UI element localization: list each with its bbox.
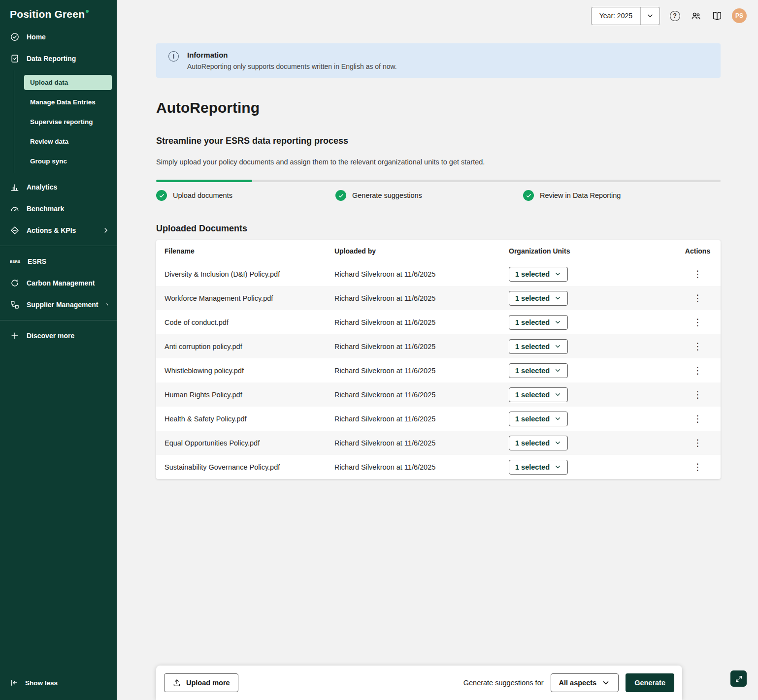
action-footer: Upload more Generate suggestions for All… bbox=[156, 666, 682, 700]
footer-right: Generate suggestions for All aspects Gen… bbox=[463, 673, 674, 692]
table-row: Anti corruption policy.pdf Richard Silve… bbox=[156, 334, 721, 358]
step-generate-suggestions: Generate suggestions bbox=[335, 190, 523, 201]
people-icon bbox=[691, 10, 701, 21]
chevron-down-icon bbox=[601, 678, 610, 687]
upload-more-button[interactable]: Upload more bbox=[164, 673, 238, 692]
row-actions-kebab[interactable]: ⋮ bbox=[689, 316, 706, 329]
row-actions-kebab[interactable]: ⋮ bbox=[689, 460, 706, 474]
row-actions-kebab[interactable]: ⋮ bbox=[689, 340, 706, 353]
year-select[interactable]: Year: 2025 bbox=[591, 7, 660, 25]
upload-icon bbox=[172, 678, 181, 687]
row-actions-kebab[interactable]: ⋮ bbox=[689, 412, 706, 425]
sidebar: Position Green Home Data Reporting Uploa… bbox=[0, 0, 117, 700]
org-units-value: 1 selected bbox=[515, 343, 550, 350]
step-upload-documents: Upload documents bbox=[156, 190, 335, 201]
sidebar-subitem-upload-data[interactable]: Upload data bbox=[24, 75, 112, 90]
org-units-select[interactable]: 1 selected bbox=[509, 339, 568, 354]
column-header-uploaded-by: Uploaded by bbox=[326, 240, 500, 262]
banner-message: AutoReporting only supports documents wr… bbox=[187, 63, 397, 70]
row-actions-kebab[interactable]: ⋮ bbox=[689, 267, 706, 281]
sidebar-item-label: Carbon Management bbox=[27, 279, 95, 287]
sidebar-item-label: Actions & KPIs bbox=[27, 226, 76, 234]
sidebar-subitem-group-sync[interactable]: Group sync bbox=[24, 154, 112, 169]
brand-dot-icon bbox=[86, 10, 89, 13]
plus-icon bbox=[10, 331, 20, 341]
knowledge-base-button[interactable] bbox=[711, 9, 724, 22]
aspects-select[interactable]: All aspects bbox=[551, 673, 619, 692]
org-units-select[interactable]: 1 selected bbox=[509, 436, 568, 450]
brand-logo: Position Green bbox=[0, 0, 117, 26]
table-row: Whistleblowing policy.pdf Richard Silvek… bbox=[156, 358, 721, 382]
sidebar-item-label: Data Reporting bbox=[27, 55, 76, 63]
main-area: Year: 2025 ? PS i Information AutoReport… bbox=[117, 0, 758, 700]
aspects-value: All aspects bbox=[559, 679, 597, 687]
org-units-value: 1 selected bbox=[515, 415, 550, 423]
row-actions-kebab[interactable]: ⋮ bbox=[689, 364, 706, 377]
filename-cell: Diversity & Inclusion (D&I) Policy.pdf bbox=[156, 262, 326, 286]
sidebar-item-actions-kpis[interactable]: Actions & KPIs bbox=[0, 220, 117, 241]
step-review-data-reporting: Review in Data Reporting bbox=[523, 190, 721, 201]
information-banner: i Information AutoReporting only support… bbox=[156, 43, 721, 78]
check-circle-icon bbox=[156, 190, 167, 201]
sidebar-item-data-reporting[interactable]: Data Reporting bbox=[0, 48, 117, 69]
uploaded-by-cell: Richard Silvekroon at 11/6/2025 bbox=[326, 286, 500, 310]
org-units-select[interactable]: 1 selected bbox=[509, 363, 568, 378]
table-header-row: Filename Uploaded by Organization Units … bbox=[156, 240, 721, 262]
sidebar-item-label: Supplier Management bbox=[27, 301, 98, 309]
show-less-button[interactable]: Show less bbox=[0, 670, 117, 700]
sidebar-item-benchmark[interactable]: Benchmark bbox=[0, 198, 117, 220]
sidebar-item-carbon-management[interactable]: Carbon Management bbox=[0, 272, 117, 294]
org-units-select[interactable]: 1 selected bbox=[509, 460, 568, 475]
column-header-actions: Actions bbox=[675, 240, 721, 262]
check-circle-icon bbox=[523, 190, 534, 201]
sidebar-item-esrs[interactable]: ESRS ESRS bbox=[0, 251, 117, 272]
chevron-down-icon bbox=[554, 270, 561, 278]
table-row: Human Rights Policy.pdf Richard Silvekro… bbox=[156, 382, 721, 407]
sidebar-item-home[interactable]: Home bbox=[0, 26, 117, 48]
sidebar-subitem-manage-data-entries[interactable]: Manage Data Entries bbox=[24, 95, 112, 110]
org-units-value: 1 selected bbox=[515, 270, 550, 278]
app-root: Position Green Home Data Reporting Uploa… bbox=[0, 0, 758, 700]
book-icon bbox=[712, 10, 723, 21]
sidebar-item-analytics[interactable]: Analytics bbox=[0, 176, 117, 198]
filename-cell: Human Rights Policy.pdf bbox=[156, 382, 326, 407]
expand-panel-button[interactable] bbox=[730, 670, 747, 687]
row-actions-kebab[interactable]: ⋮ bbox=[689, 388, 706, 401]
filename-cell: Code of conduct.pdf bbox=[156, 310, 326, 334]
help-button[interactable]: ? bbox=[668, 9, 681, 22]
filename-cell: Anti corruption policy.pdf bbox=[156, 334, 326, 358]
sidebar-item-label: Discover more bbox=[27, 332, 74, 340]
sidebar-item-label: ESRS bbox=[28, 257, 46, 265]
org-units-select[interactable]: 1 selected bbox=[509, 315, 568, 330]
sidebar-item-discover-more[interactable]: Discover more bbox=[0, 325, 117, 347]
org-units-select[interactable]: 1 selected bbox=[509, 387, 568, 402]
topbar: Year: 2025 ? PS bbox=[117, 0, 758, 27]
filename-cell: Workforce Management Policy.pdf bbox=[156, 286, 326, 310]
uploaded-by-cell: Richard Silvekroon at 11/6/2025 bbox=[326, 382, 500, 407]
org-units-select[interactable]: 1 selected bbox=[509, 412, 568, 426]
avatar[interactable]: PS bbox=[732, 8, 747, 23]
sidebar-subitem-review-data[interactable]: Review data bbox=[24, 134, 112, 149]
org-units-value: 1 selected bbox=[515, 318, 550, 326]
uploaded-by-cell: Richard Silvekroon at 11/6/2025 bbox=[326, 455, 500, 479]
row-actions-kebab[interactable]: ⋮ bbox=[689, 291, 706, 305]
community-button[interactable] bbox=[690, 9, 702, 22]
row-actions-kebab[interactable]: ⋮ bbox=[689, 436, 706, 449]
org-units-select[interactable]: 1 selected bbox=[509, 291, 568, 306]
sidebar-item-label: Analytics bbox=[27, 183, 57, 191]
diagonal-arrows-icon bbox=[735, 675, 743, 683]
sidebar-subitem-supervise-reporting[interactable]: Supervise reporting bbox=[24, 114, 112, 129]
org-units-select[interactable]: 1 selected bbox=[509, 267, 568, 282]
collapse-sidebar-icon bbox=[10, 678, 19, 687]
data-reporting-submenu: Upload data Manage Data Entries Supervis… bbox=[14, 70, 112, 173]
check-circle-icon bbox=[335, 190, 346, 201]
supplier-management-icon bbox=[10, 300, 20, 310]
chevron-right-icon bbox=[102, 226, 110, 234]
chevron-down-icon bbox=[640, 7, 659, 25]
data-reporting-icon bbox=[10, 54, 20, 64]
analytics-icon bbox=[10, 182, 20, 192]
generate-button[interactable]: Generate bbox=[626, 673, 674, 692]
show-less-label: Show less bbox=[25, 679, 58, 687]
table-row: Diversity & Inclusion (D&I) Policy.pdf R… bbox=[156, 262, 721, 286]
sidebar-item-supplier-management[interactable]: Supplier Management bbox=[0, 294, 117, 316]
